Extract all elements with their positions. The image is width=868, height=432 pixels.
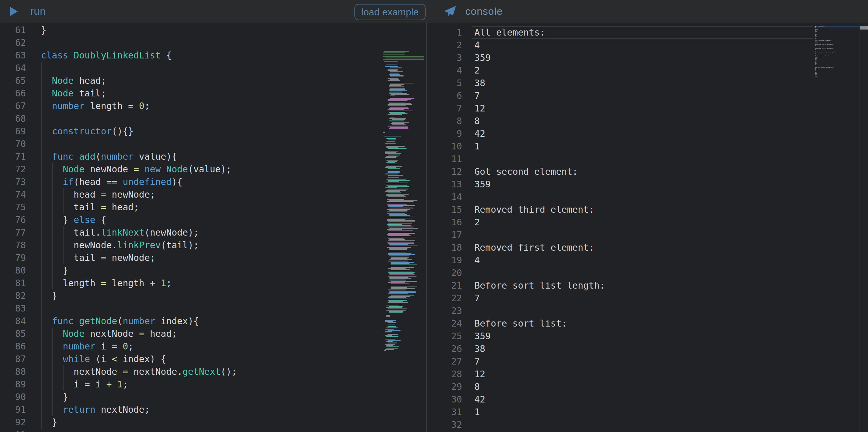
line-number: 7: [427, 102, 462, 115]
code-line[interactable]: 75 tail = head;: [0, 201, 426, 213]
console-line[interactable]: 942: [427, 127, 868, 140]
console-line[interactable]: 2812: [427, 368, 868, 380]
code-line[interactable]: 86 number i = 0;: [0, 340, 426, 353]
code-line[interactable]: 85 Node nextNode = head;: [0, 328, 426, 340]
console-line[interactable]: 25359: [427, 330, 868, 342]
console-line[interactable]: 17: [427, 229, 868, 241]
console-line[interactable]: 18Removed first element:: [427, 241, 868, 254]
code-line[interactable]: 90 }: [0, 391, 426, 403]
console-line[interactable]: 21Before sort list length:: [427, 279, 868, 292]
indent-guide: [52, 353, 53, 365]
code-text: nextNode = nextNode.getNext();: [26, 366, 237, 377]
console-line[interactable]: 24: [427, 39, 868, 52]
console-toggle[interactable]: console: [444, 0, 503, 23]
console-minimap-line: 359: [815, 76, 836, 77]
indent-guide: [63, 201, 64, 213]
code-line[interactable]: 78 newNode.linkPrev(tail);: [0, 239, 426, 252]
current-line-highlight: [472, 26, 812, 39]
run-button[interactable]: run: [10, 0, 46, 23]
code-line[interactable]: 68: [0, 112, 426, 125]
code-line[interactable]: 74 head = newNode;: [0, 188, 426, 201]
indent-guide: [63, 252, 64, 264]
console-line[interactable]: 162: [427, 216, 868, 229]
console-line[interactable]: 88: [427, 115, 868, 127]
indent-guide: [41, 176, 42, 188]
code-line[interactable]: 81 length = length + 1;: [0, 277, 426, 290]
indent-guide: [52, 188, 53, 201]
line-number: 19: [427, 254, 462, 267]
line-number: 92: [0, 416, 26, 429]
code-line[interactable]: 64: [0, 62, 426, 74]
console-line[interactable]: 194: [427, 254, 868, 267]
code-line[interactable]: 65 Node head;: [0, 74, 426, 87]
console-line[interactable]: 12Got second element:: [427, 165, 868, 178]
console-line[interactable]: 14: [427, 191, 868, 203]
code-line[interactable]: 89 i = i + 1;: [0, 378, 426, 391]
code-line[interactable]: 61}: [0, 24, 426, 36]
console-text: 2: [462, 217, 480, 227]
code-line[interactable]: 84 func getNode(number index){: [0, 315, 426, 328]
console-line[interactable]: 298: [427, 380, 868, 393]
code-line[interactable]: 77 tail.linkNext(newNode);: [0, 226, 426, 239]
code-line[interactable]: 76 } else {: [0, 213, 426, 226]
load-example-button[interactable]: load example: [354, 4, 426, 20]
console-line[interactable]: 13359: [427, 178, 868, 191]
line-number: 22: [427, 292, 462, 305]
code-line[interactable]: 70: [0, 138, 426, 150]
code-line[interactable]: 62: [0, 36, 426, 49]
line-number: 14: [427, 191, 462, 203]
line-number: 32: [427, 419, 462, 431]
indent-guide: [63, 239, 64, 252]
code-text: Node tail;: [26, 88, 106, 99]
line-number: 66: [0, 87, 26, 100]
code-line[interactable]: 73 if(head == undefined){: [0, 176, 426, 188]
console-line[interactable]: 2638: [427, 342, 868, 355]
console-line[interactable]: 227: [427, 292, 868, 305]
console-line[interactable]: 20: [427, 267, 868, 279]
console-line[interactable]: 277: [427, 355, 868, 368]
console-minimap-line: Sorted final elements:: [815, 67, 836, 68]
code-editor[interactable]: 61}6263class DoublyLinkedList {6465 Node…: [0, 23, 426, 432]
indent-guide: [41, 226, 42, 239]
code-line[interactable]: 63class DoublyLinkedList {: [0, 49, 426, 62]
console-line[interactable]: 23: [427, 305, 868, 317]
console-text: Removed third element:: [462, 204, 594, 215]
console-line[interactable]: 712: [427, 102, 868, 115]
code-text: return nextNode;: [26, 404, 150, 415]
code-line[interactable]: 71 func add(number value){: [0, 150, 426, 163]
console-output[interactable]: 1All elements:24335942538677128894210111…: [427, 23, 868, 432]
indent-guide: [52, 378, 53, 391]
console-line[interactable]: 24Before sort list:: [427, 317, 868, 330]
console-line[interactable]: 3359: [427, 52, 868, 64]
console-text: 12: [462, 369, 485, 379]
code-line[interactable]: 66 Node tail;: [0, 87, 426, 100]
code-line[interactable]: 87 while (i < index) {: [0, 353, 426, 365]
console-line[interactable]: 67: [427, 90, 868, 102]
console-line[interactable]: 3042: [427, 393, 868, 406]
console-line[interactable]: 538: [427, 77, 868, 90]
editor-minimap[interactable]: [379, 51, 426, 352]
code-line[interactable]: 88 nextNode = nextNode.getNext();: [0, 365, 426, 378]
console-line[interactable]: 32: [427, 419, 868, 431]
console-line[interactable]: 11: [427, 153, 868, 165]
code-line[interactable]: 91 return nextNode;: [0, 403, 426, 416]
console-line[interactable]: 1All elements:: [427, 26, 868, 39]
scrollbar-thumb[interactable]: [860, 26, 868, 30]
code-line[interactable]: 83: [0, 302, 426, 315]
code-line[interactable]: 72 Node newNode = new Node(value);: [0, 163, 426, 176]
line-number: 11: [427, 153, 462, 165]
console-minimap[interactable]: All elements:43592387128421 Got second e…: [815, 26, 836, 77]
code-line[interactable]: 82 }: [0, 290, 426, 302]
code-line[interactable]: 69 constructor(){}: [0, 125, 426, 138]
code-line[interactable]: 79 tail = newNode;: [0, 252, 426, 264]
code-line[interactable]: 80 }: [0, 264, 426, 277]
console-line[interactable]: 101: [427, 140, 868, 153]
indent-guide: [41, 138, 42, 150]
code-line[interactable]: 93: [0, 429, 426, 432]
code-line[interactable]: 67 number length = 0;: [0, 100, 426, 112]
console-line[interactable]: 42: [427, 64, 868, 77]
code-line[interactable]: 92 }: [0, 416, 426, 429]
indent-guide: [41, 302, 42, 315]
console-line[interactable]: 15Removed third element:: [427, 203, 868, 216]
console-line[interactable]: 311: [427, 406, 868, 419]
